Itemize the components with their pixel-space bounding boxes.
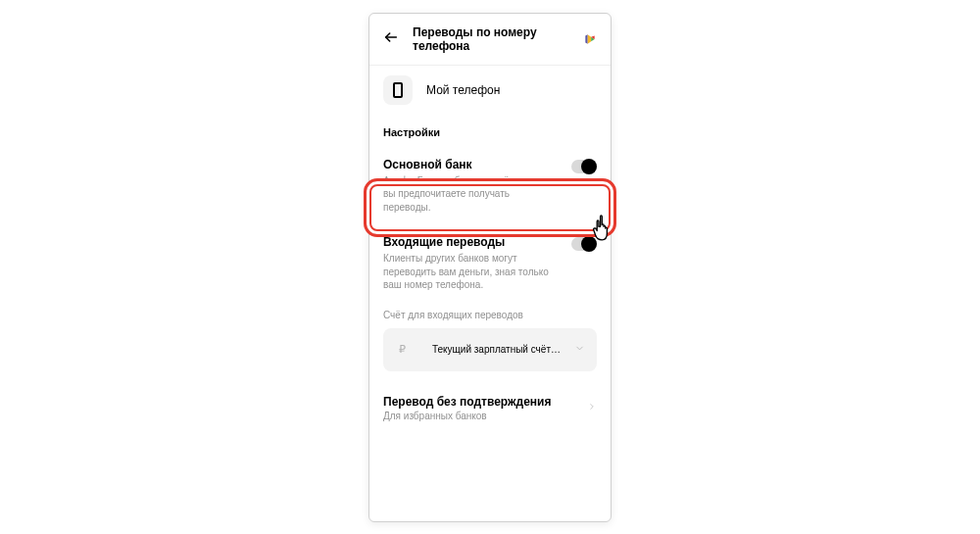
chevron-right-icon	[587, 401, 597, 414]
setting-primary-bank: Основной банк Альфа-Банк — банк, на счёт…	[369, 148, 611, 226]
settings-heading: Настройки	[369, 121, 611, 148]
toggle-knob-icon	[581, 236, 597, 252]
chevron-down-icon	[574, 343, 585, 356]
toggle-knob-icon	[581, 159, 597, 174]
back-arrow-icon[interactable]	[383, 29, 399, 48]
phone-icon	[383, 75, 413, 105]
setting-incoming-desc: Клиенты других банков могут переводить в…	[383, 252, 560, 292]
account-select[interactable]: ₽ Текущий зарплатный счёт…	[383, 328, 597, 371]
my-phone-row[interactable]: Мой телефон	[369, 66, 611, 121]
svg-marker-2	[588, 34, 592, 43]
phone-frame: Переводы по номеру телефона Мой телефон …	[368, 13, 612, 522]
setting-primary-bank-desc: Альфа-Банк — банк, на счёт которого вы п…	[383, 174, 560, 215]
account-select-value: Текущий зарплатный счёт…	[432, 344, 574, 355]
header-title: Переводы по номеру телефона	[413, 25, 569, 53]
ruble-icon: ₽	[395, 343, 409, 357]
toggle-primary-bank[interactable]	[571, 160, 597, 173]
sbp-logo-icon	[583, 32, 597, 46]
nav-no-confirmation-sub: Для избранных банков	[383, 411, 551, 421]
setting-primary-bank-title: Основной банк	[383, 158, 597, 171]
account-heading: Счёт для входящих переводов	[369, 304, 611, 328]
my-phone-label: Мой телефон	[426, 83, 500, 97]
toggle-incoming[interactable]	[571, 237, 597, 251]
nav-no-confirmation-title: Перевод без подтверждения	[383, 395, 551, 409]
nav-no-confirmation[interactable]: Перевод без подтверждения Для избранных …	[369, 385, 611, 433]
svg-marker-1	[585, 34, 587, 43]
header: Переводы по номеру телефона	[369, 14, 611, 66]
setting-incoming-title: Входящие переводы	[383, 235, 597, 249]
setting-incoming: Входящие переводы Клиенты других банков …	[369, 225, 611, 304]
